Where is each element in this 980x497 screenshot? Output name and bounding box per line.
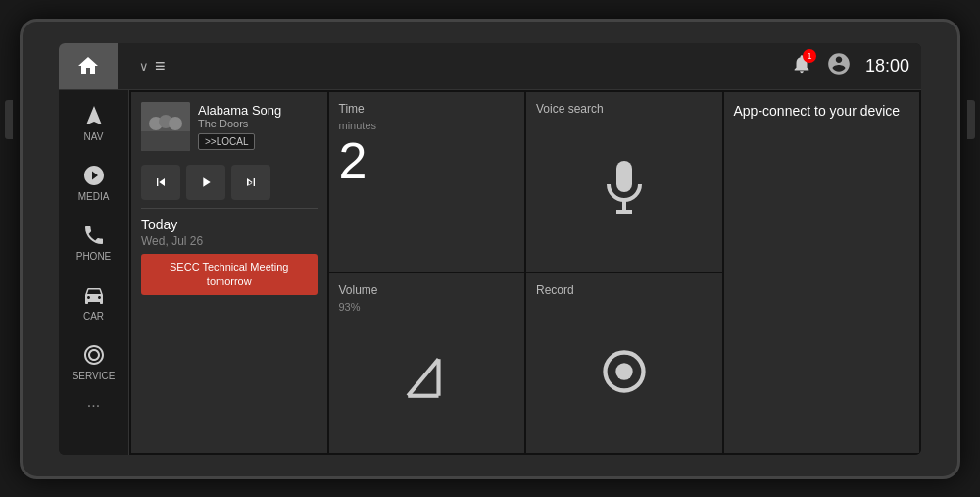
record-widget[interactable]: Record xyxy=(526,273,722,453)
home-button[interactable] xyxy=(59,43,118,90)
more-dots[interactable]: ··· xyxy=(87,397,100,415)
main-content: NAV MEDIA PHONE xyxy=(59,90,921,455)
time-widget[interactable]: Time minutes 2 xyxy=(329,92,525,272)
volume-widget[interactable]: Volume 93% xyxy=(329,273,525,453)
volume-icon xyxy=(339,313,515,443)
svg-rect-4 xyxy=(141,131,190,151)
chevron-icon: ∨ xyxy=(139,59,149,74)
today-title: Today xyxy=(141,217,318,232)
volume-title: Volume xyxy=(339,283,515,297)
sidebar: NAV MEDIA PHONE xyxy=(59,90,129,455)
album-art xyxy=(141,102,190,151)
next-button[interactable] xyxy=(231,165,270,200)
phone-label: PHONE xyxy=(76,251,112,262)
music-controls xyxy=(141,165,318,200)
event-badge: SECC Technical Meeting tomorrow xyxy=(141,254,318,296)
top-bar: ∨ ≡ 1 18:00 xyxy=(59,43,921,90)
notification-badge: 1 xyxy=(803,49,816,63)
hamburger-icon[interactable]: ≡ xyxy=(155,56,166,76)
music-top: Alabama Song The Doors >>LOCAL xyxy=(141,102,318,151)
music-widget[interactable]: Alabama Song The Doors >>LOCAL xyxy=(131,92,327,453)
svg-point-3 xyxy=(169,117,182,130)
media-label: MEDIA xyxy=(78,191,110,202)
sidebar-item-nav[interactable]: NAV xyxy=(59,94,128,152)
today-section: Today Wed, Jul 26 SECC Technical Meeting… xyxy=(141,208,318,296)
prev-button[interactable] xyxy=(141,165,180,200)
widget-grid: Alabama Song The Doors >>LOCAL xyxy=(129,90,921,455)
voice-widget-title: Voice search xyxy=(536,102,604,116)
app-connect-title: App-connect to your device xyxy=(734,102,910,120)
sidebar-item-service[interactable]: SERVICE xyxy=(59,333,128,391)
car-label: CAR xyxy=(83,311,104,322)
song-artist: The Doors xyxy=(198,118,318,129)
today-date: Wed, Jul 26 xyxy=(141,234,318,248)
device-frame: ∨ ≡ 1 18:00 xyxy=(20,19,960,479)
top-bar-right: 1 18:00 xyxy=(791,51,909,80)
time-widget-title: Time xyxy=(339,102,515,116)
time-widget-subtitle: minutes xyxy=(339,120,515,131)
service-label: SERVICE xyxy=(73,371,116,381)
sidebar-item-media[interactable]: MEDIA xyxy=(59,154,128,212)
app-connect-widget[interactable]: App-connect to your device xyxy=(724,92,920,453)
screen: ∨ ≡ 1 18:00 xyxy=(59,43,921,455)
song-info: Alabama Song The Doors >>LOCAL xyxy=(198,103,318,150)
sidebar-item-car[interactable]: CAR xyxy=(59,273,128,331)
voice-widget[interactable]: Voice search xyxy=(526,92,722,272)
play-button[interactable] xyxy=(186,165,225,200)
record-title: Record xyxy=(536,283,712,297)
clock: 18:00 xyxy=(865,56,909,76)
song-title: Alabama Song xyxy=(198,103,318,118)
notification-bell[interactable]: 1 xyxy=(791,53,812,78)
svg-point-9 xyxy=(615,363,632,379)
nav-label: NAV xyxy=(84,131,104,142)
record-icon xyxy=(536,301,712,443)
user-avatar[interactable] xyxy=(826,51,852,80)
time-widget-value: 2 xyxy=(339,135,515,186)
svg-rect-5 xyxy=(616,161,632,192)
menu-area: ∨ ≡ xyxy=(129,56,791,76)
volume-subtitle: 93% xyxy=(339,301,515,313)
mic-icon xyxy=(536,120,712,262)
local-badge: >>LOCAL xyxy=(198,133,255,150)
sidebar-item-phone[interactable]: PHONE xyxy=(59,214,128,272)
